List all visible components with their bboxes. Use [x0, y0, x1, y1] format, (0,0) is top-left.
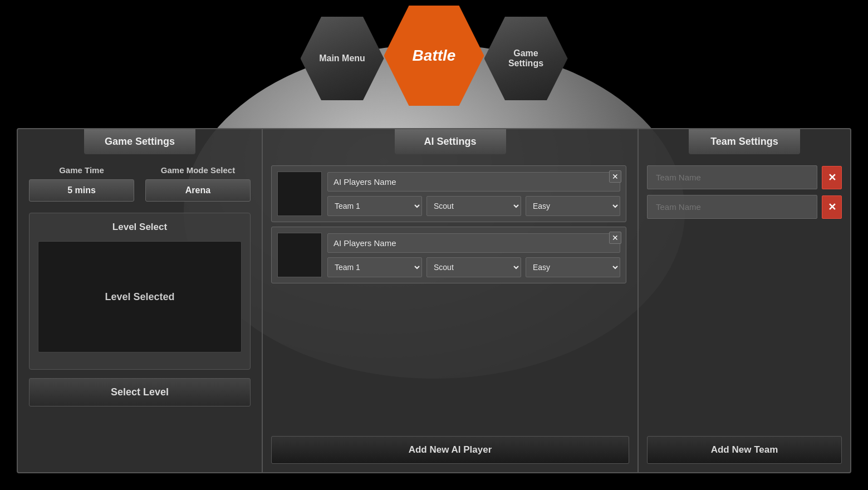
team-list-scroll: ✕ ✕ — [647, 165, 842, 436]
ai-player-card: Team 1 Team 2 Scout Warrior Mage Easy Me… — [271, 227, 626, 283]
game-time-label: Game Time — [29, 165, 134, 175]
ai-player-card: Team 1 Team 2 Scout Warrior Mage Easy Me… — [271, 165, 626, 222]
ai-player-name-input[interactable] — [327, 233, 620, 253]
ai-team-select[interactable]: Team 1 Team 2 — [327, 257, 422, 277]
ai-settings-panel: AI Settings Team 1 Team 2 Scout Warrior … — [263, 129, 639, 472]
ai-player-dropdowns: Team 1 Team 2 Scout Warrior Mage Easy Me… — [327, 196, 620, 216]
team-name-input[interactable] — [647, 195, 817, 219]
game-mode-group: Game Mode Select Arena — [145, 165, 251, 202]
ai-player-name-input[interactable] — [327, 172, 620, 192]
ai-player-avatar — [277, 171, 322, 216]
main-menu-label: Main Menu — [319, 53, 365, 63]
game-time-group: Game Time 5 mins — [29, 165, 134, 202]
team-row: ✕ — [647, 165, 842, 189]
ai-class-select[interactable]: Scout Warrior Mage — [426, 196, 521, 216]
game-settings-row: Game Time 5 mins Game Mode Select Arena — [29, 165, 251, 202]
game-mode-label: Game Mode Select — [145, 165, 251, 175]
battle-button[interactable]: Battle — [384, 6, 484, 106]
ai-player-avatar — [277, 233, 322, 277]
ai-difficulty-select[interactable]: Easy Medium Hard — [526, 196, 620, 216]
ai-player-close-button[interactable]: ✕ — [609, 232, 621, 244]
level-select-section: Level Select Level Selected — [29, 213, 251, 370]
ai-player-dropdowns: Team 1 Team 2 Scout Warrior Mage Easy Me… — [327, 257, 620, 277]
team-settings-title: Team Settings — [710, 136, 778, 147]
team-row: ✕ — [647, 195, 842, 219]
ai-player-info: Team 1 Team 2 Scout Warrior Mage Easy Me… — [327, 172, 620, 216]
main-panel: Game Settings Game Time 5 mins Game Mode… — [17, 128, 851, 473]
level-preview: Level Selected — [38, 241, 242, 352]
game-settings-nav-label: GameSettings — [508, 48, 543, 68]
ai-player-close-button[interactable]: ✕ — [609, 170, 621, 183]
ai-players-list: Team 1 Team 2 Scout Warrior Mage Easy Me… — [271, 165, 629, 430]
game-settings-title: Game Settings — [105, 136, 175, 147]
ai-player-info: Team 1 Team 2 Scout Warrior Mage Easy Me… — [327, 233, 620, 277]
team-settings-header: Team Settings — [689, 129, 800, 154]
game-mode-value[interactable]: Arena — [145, 179, 251, 202]
game-settings-panel: Game Settings Game Time 5 mins Game Mode… — [18, 129, 263, 472]
battle-label: Battle — [413, 47, 456, 65]
select-level-button[interactable]: Select Level — [29, 378, 251, 406]
team-remove-button[interactable]: ✕ — [822, 195, 842, 219]
team-list: ✕ ✕ — [647, 165, 842, 430]
ai-class-select[interactable]: Scout Warrior Mage — [426, 257, 521, 277]
level-select-title: Level Select — [38, 222, 242, 233]
game-time-value[interactable]: 5 mins — [29, 179, 134, 202]
ai-team-select[interactable]: Team 1 Team 2 — [327, 196, 422, 216]
game-settings-header: Game Settings — [84, 129, 195, 154]
level-selected-text: Level Selected — [105, 291, 174, 303]
team-settings-panel: Team Settings ✕ ✕ Add New Team — [639, 129, 850, 472]
team-remove-button[interactable]: ✕ — [822, 166, 842, 189]
game-settings-nav-button[interactable]: GameSettings — [484, 17, 568, 100]
team-name-input[interactable] — [647, 165, 817, 189]
add-ai-player-button[interactable]: Add New AI Player — [271, 436, 629, 464]
ai-difficulty-select[interactable]: Easy Medium Hard — [526, 257, 620, 277]
top-navigation: Main Menu Battle GameSettings — [301, 6, 568, 106]
main-menu-button[interactable]: Main Menu — [301, 17, 384, 100]
ai-settings-header: AI Settings — [395, 129, 506, 154]
add-new-team-button[interactable]: Add New Team — [647, 436, 842, 464]
ai-settings-title: AI Settings — [424, 136, 476, 147]
